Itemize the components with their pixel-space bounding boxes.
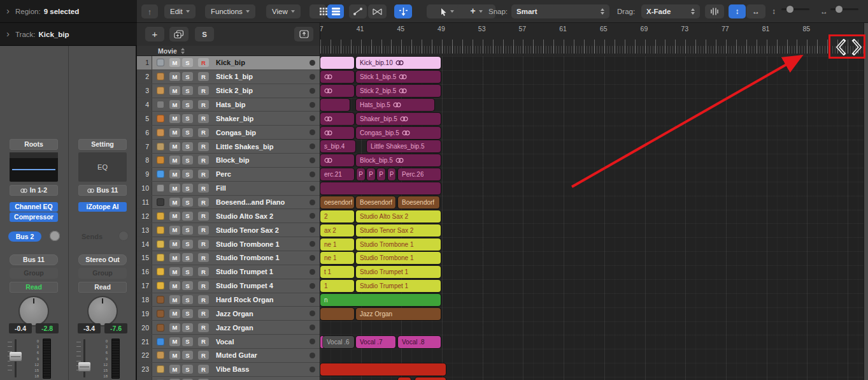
record-button[interactable]: R <box>198 309 209 318</box>
region-inspector-header[interactable]: › Region: 9 selected <box>0 0 137 23</box>
track-on-dot[interactable] <box>309 102 315 108</box>
mute-button[interactable]: M <box>169 240 180 249</box>
mute-button[interactable]: M <box>169 114 180 123</box>
region-p[interactable]: P <box>367 168 375 180</box>
track-header-12[interactable]: 12MSRStudio Alto Sax 2 <box>137 209 320 223</box>
horizontal-auto-zoom-button[interactable]: ↔ <box>746 4 765 18</box>
solo-button[interactable]: S <box>182 240 193 249</box>
region-studio-trumpet-1[interactable]: Studio Trumpet 1 <box>356 280 441 292</box>
input-slot[interactable]: In 1-2 <box>10 185 58 196</box>
mute-button[interactable]: M <box>169 58 180 67</box>
region-clip[interactable] <box>320 154 354 166</box>
drag-select[interactable]: X-Fade <box>641 4 700 18</box>
region-clip[interactable] <box>320 85 354 97</box>
track-solo-button[interactable]: S <box>195 27 214 41</box>
region-p[interactable]: P <box>388 168 395 180</box>
bar-ruler[interactable]: 37414549535761656973778185 <box>320 23 868 56</box>
plugin-slot-compressor[interactable]: Compressor <box>10 212 58 222</box>
waveform-zoom-button[interactable] <box>705 4 724 18</box>
input-slot[interactable]: Bus 11 <box>78 185 127 196</box>
record-button[interactable]: R <box>198 86 209 95</box>
record-button[interactable]: R <box>198 184 209 193</box>
region-clip[interactable] <box>398 377 411 380</box>
track-on-dot[interactable] <box>309 325 315 330</box>
region-vocal-6[interactable]: Vocal .6 <box>323 336 354 348</box>
track-on-dot[interactable] <box>309 339 315 344</box>
track-header-7[interactable]: 7MSRLittle Shakes_bip <box>137 140 320 154</box>
region-erc-21[interactable]: erc.21 <box>320 168 354 180</box>
region-clip[interactable] <box>415 377 446 380</box>
mute-button[interactable]: M <box>169 351 180 360</box>
region-oesendorf[interactable]: oesendorf <box>320 196 354 208</box>
record-button[interactable]: R <box>198 323 209 332</box>
channel-setting-button[interactable]: Setting <box>78 139 127 150</box>
track-on-dot[interactable] <box>309 241 315 247</box>
track-header-13[interactable]: 13MSRStudio Tenor Sax 2 <box>137 223 320 237</box>
mute-button[interactable]: M <box>169 198 180 207</box>
mute-button[interactable]: M <box>169 86 180 95</box>
gain-value[interactable]: -7.6 <box>104 323 127 333</box>
fader-cap[interactable] <box>78 362 90 372</box>
solo-button[interactable]: S <box>182 170 193 179</box>
region-shaker-bip-5[interactable]: Shaker_bip.5 <box>356 113 441 125</box>
solo-button[interactable]: S <box>182 114 193 123</box>
track-header-16[interactable]: 16MSRStudio Trumpet 1 <box>137 265 320 279</box>
region-ne-1[interactable]: ne 1 <box>320 252 354 264</box>
pan-value[interactable]: -0.4 <box>9 323 32 333</box>
solo-button[interactable]: S <box>182 86 193 95</box>
track-on-dot[interactable] <box>309 60 315 66</box>
snap-select[interactable]: Smart <box>511 4 609 18</box>
mute-button[interactable]: M <box>169 170 180 179</box>
solo-button[interactable]: S <box>182 72 193 81</box>
solo-button[interactable]: S <box>182 351 193 360</box>
output-slot[interactable]: Bus 11 <box>10 254 58 265</box>
automation-button[interactable] <box>349 4 367 18</box>
mute-button[interactable]: M <box>169 323 180 332</box>
region-ne-1[interactable]: ne 1 <box>320 238 354 251</box>
region-studio-trumpet-1[interactable]: Studio Trumpet 1 <box>356 266 441 278</box>
record-button[interactable]: R <box>198 253 209 262</box>
track-header-4[interactable]: 4MSRHats_bip <box>137 98 320 112</box>
solo-button[interactable]: S <box>182 337 193 346</box>
region-kick-bip-10[interactable]: Kick_bip.10 <box>356 57 441 69</box>
output-slot[interactable]: Stereo Out <box>78 254 127 265</box>
solo-button[interactable]: S <box>182 156 193 164</box>
region-clip[interactable] <box>320 308 354 320</box>
region-2[interactable]: 2 <box>320 210 354 223</box>
track-header-1[interactable]: 1MSRKick_bip <box>137 56 320 70</box>
channel-setting-button[interactable]: Roots <box>10 139 58 150</box>
track-on-dot[interactable] <box>309 283 315 289</box>
region-clip[interactable] <box>320 57 354 69</box>
track-header-3[interactable]: 3MSRStick 2_bip <box>137 84 320 98</box>
mute-button[interactable]: M <box>169 309 180 318</box>
solo-button[interactable]: S <box>182 100 193 109</box>
track-on-dot[interactable] <box>309 172 315 177</box>
track-on-dot[interactable] <box>309 353 315 358</box>
record-button[interactable]: R <box>198 226 209 235</box>
region-little-shakes-bip-5[interactable]: Little Shakes_bip.5 <box>367 140 441 152</box>
region-clip[interactable] <box>320 71 354 83</box>
duplicate-track-button[interactable] <box>169 27 189 41</box>
solo-button[interactable]: S <box>182 198 193 207</box>
mute-button[interactable]: M <box>169 100 180 109</box>
vertical-zoom-slider[interactable] <box>781 8 809 10</box>
track-header-22[interactable]: 22MSRMuted Gutar <box>137 349 320 363</box>
record-button[interactable]: R <box>198 156 209 164</box>
region-studio-trombone-1[interactable]: Studio Trombone 1 <box>356 238 441 251</box>
group-slot[interactable]: Group <box>10 268 58 279</box>
record-button[interactable]: R <box>198 58 209 67</box>
track-header-24[interactable]: 24MSR <box>137 377 320 380</box>
track-header-19[interactable]: 19MSRJazz Organ <box>137 307 320 321</box>
region-p[interactable]: P <box>357 168 365 180</box>
region-boesendorf[interactable]: Boesendorf <box>398 196 439 208</box>
mute-button[interactable]: M <box>169 365 180 374</box>
solo-button[interactable]: S <box>182 365 193 374</box>
region-stick-1-bip-5[interactable]: Stick 1_bip.5 <box>356 71 441 83</box>
track-on-dot[interactable] <box>309 129 315 135</box>
solo-button[interactable]: S <box>182 309 193 318</box>
solo-button[interactable]: S <box>182 295 193 304</box>
record-button[interactable]: R <box>198 240 209 249</box>
edit-menu[interactable]: Edit <box>164 4 196 18</box>
track-on-dot[interactable] <box>309 311 315 316</box>
region-perc-26[interactable]: Perc.26 <box>398 168 441 180</box>
